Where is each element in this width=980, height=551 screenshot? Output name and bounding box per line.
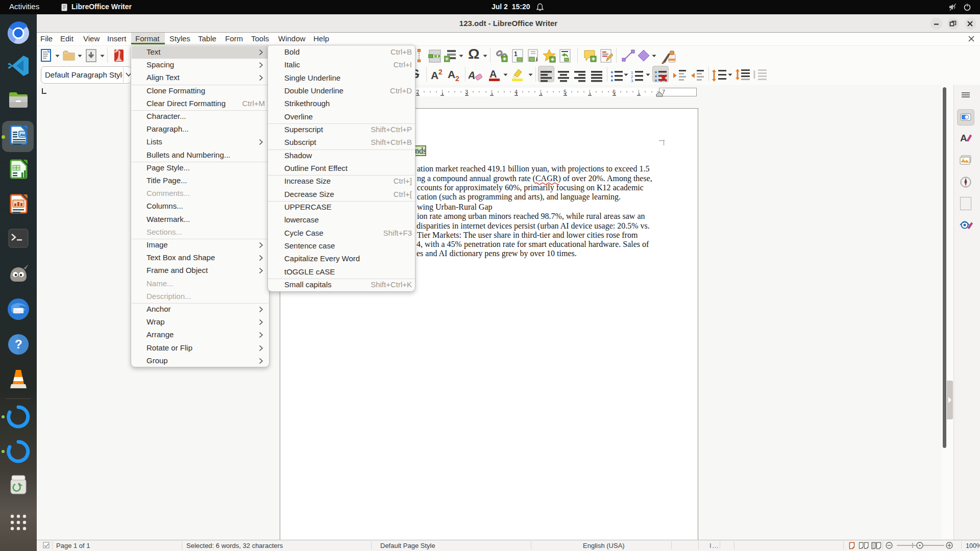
svg-text:1: 1 — [514, 51, 518, 58]
svg-text:2: 2 — [455, 74, 459, 82]
svg-text:?: ? — [15, 337, 22, 351]
svg-text:A: A — [431, 69, 438, 81]
svg-text:3: 3 — [631, 79, 633, 83]
svg-text:A: A — [448, 68, 455, 80]
svg-text:2: 2 — [438, 68, 443, 76]
svg-text:A: A — [469, 69, 477, 81]
svg-text:A: A — [960, 133, 967, 143]
svg-text:i: i — [536, 56, 537, 62]
svg-text:A: A — [489, 68, 497, 80]
